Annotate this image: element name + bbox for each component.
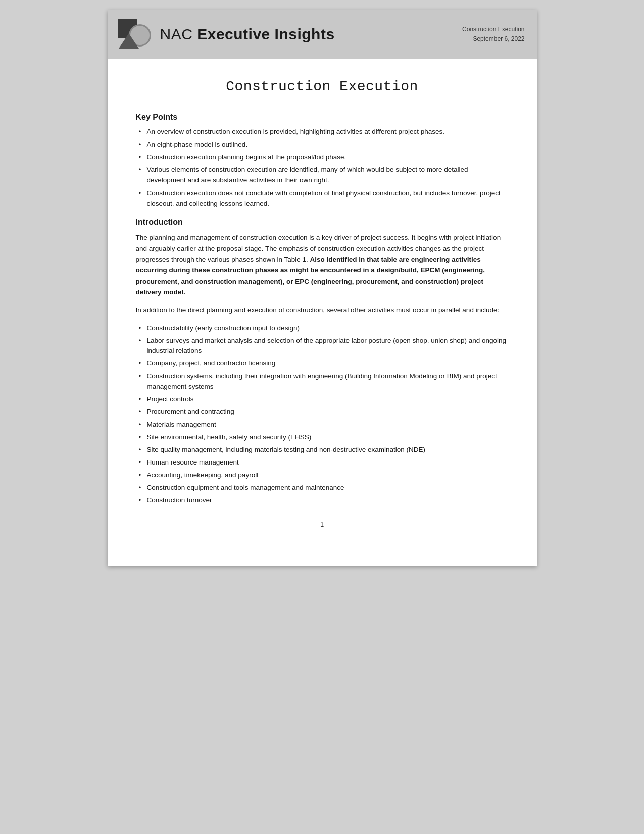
page-number: 1: [136, 521, 509, 528]
list-item: Site quality management, including mater…: [139, 445, 509, 455]
list-item: Company, project, and contractor licensi…: [139, 358, 509, 369]
header-title-plain: NAC: [160, 26, 197, 42]
list-item: Construction equipment and tools managem…: [139, 483, 509, 493]
list-item: Construction turnover: [139, 495, 509, 506]
main-content: Construction Execution Key Points An ove…: [108, 59, 537, 548]
list-item: Constructability (early construction inp…: [139, 323, 509, 334]
list-item: Procurement and contracting: [139, 407, 509, 418]
logo: [118, 19, 153, 50]
list-item: Construction execution does not conclude…: [139, 188, 509, 209]
intro-para-2: In addition to the direct planning and e…: [136, 305, 509, 316]
list-item: An overview of construction execution is…: [139, 127, 509, 137]
list-item: Labor surveys and market analysis and se…: [139, 336, 509, 357]
logo-triangle: [119, 33, 139, 49]
intro-para-1: The planning and management of construct…: [136, 232, 509, 298]
list-item: Site environmental, health, safety and s…: [139, 432, 509, 443]
list-item: An eight-phase model is outlined.: [139, 140, 509, 150]
list-item: Materials management: [139, 420, 509, 430]
key-points-section: Key Points An overview of construction e…: [136, 113, 509, 209]
header-meta: Construction Execution September 6, 2022: [462, 25, 524, 44]
header-title: NAC Executive Insights: [160, 26, 335, 43]
header-left: NAC Executive Insights: [118, 19, 335, 50]
header-title-bold: Executive Insights: [197, 26, 334, 42]
doc-title: Construction Execution: [136, 79, 509, 95]
list-item: Construction execution planning begins a…: [139, 152, 509, 163]
list-item: Construction systems, including their in…: [139, 371, 509, 392]
key-points-heading: Key Points: [136, 113, 509, 122]
list-item: Various elements of construction executi…: [139, 165, 509, 186]
header: NAC Executive Insights Construction Exec…: [108, 10, 537, 59]
header-meta-line1: Construction Execution: [462, 25, 524, 34]
page: NAC Executive Insights Construction Exec…: [108, 10, 537, 566]
list-item: Accounting, timekeeping, and payroll: [139, 470, 509, 481]
list-item: Project controls: [139, 394, 509, 405]
introduction-heading: Introduction: [136, 218, 509, 227]
introduction-bullet-list: Constructability (early construction inp…: [136, 323, 509, 506]
list-item: Human resource management: [139, 457, 509, 468]
key-points-list: An overview of construction execution is…: [136, 127, 509, 209]
introduction-section: Introduction The planning and management…: [136, 218, 509, 505]
header-meta-line2: September 6, 2022: [462, 34, 524, 44]
